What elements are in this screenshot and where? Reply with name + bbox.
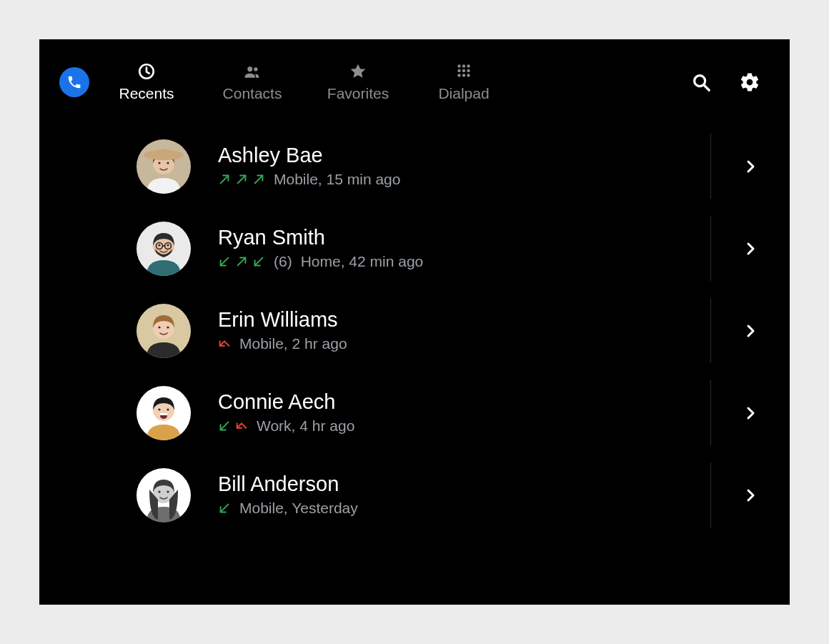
clock-icon <box>137 62 156 81</box>
recents-row[interactable]: Ryan Smith (6) Home, 42 min ago <box>136 207 790 289</box>
svg-point-38 <box>158 490 160 492</box>
search-icon <box>690 71 712 93</box>
call-details-button[interactable] <box>711 240 790 257</box>
phone-app-window: Recents Contacts <box>39 39 790 605</box>
call-details-button[interactable] <box>711 322 790 340</box>
chevron-right-icon <box>742 405 759 422</box>
call-detail: Work, 4 hr ago <box>257 417 354 435</box>
call-info: Ryan Smith (6) Home, 42 min ago <box>218 227 710 271</box>
svg-point-21 <box>158 244 160 246</box>
chevron-right-icon <box>742 322 759 340</box>
call-info: Connie Aech Work, 4 hr ago <box>218 391 710 435</box>
tabs: Recents Contacts <box>115 62 495 102</box>
call-info: Erin Williams Mobile, 2 hr ago <box>218 309 710 353</box>
phone-icon <box>66 74 82 90</box>
svg-point-2 <box>254 67 257 71</box>
call-direction-icons <box>218 420 248 432</box>
svg-point-29 <box>167 326 169 328</box>
phone-app-button[interactable] <box>59 67 89 97</box>
tab-contacts[interactable]: Contacts <box>221 62 284 102</box>
contact-name: Ashley Bae <box>218 144 710 167</box>
call-incoming-icon <box>218 255 231 268</box>
tab-label: Dialpad <box>438 85 489 102</box>
call-detail: Mobile, 15 min ago <box>274 171 400 188</box>
svg-point-10 <box>462 74 465 76</box>
call-meta: Mobile, 2 hr ago <box>218 335 710 352</box>
call-meta: Mobile, Yesterday <box>218 500 710 517</box>
recents-row[interactable]: Erin Williams Mobile, 2 hr ago <box>136 289 790 372</box>
svg-point-22 <box>167 244 169 246</box>
contact-avatar <box>136 222 191 276</box>
svg-point-28 <box>158 326 160 328</box>
svg-point-8 <box>467 69 470 72</box>
tab-label: Recents <box>119 85 174 102</box>
call-outgoing-icon <box>252 173 265 186</box>
contact-avatar <box>136 386 191 440</box>
svg-point-32 <box>158 408 160 410</box>
call-incoming-icon <box>218 502 231 515</box>
call-outgoing-icon <box>235 255 248 268</box>
call-details-button[interactable] <box>711 158 790 175</box>
call-detail: Home, 42 min ago <box>301 253 424 270</box>
recents-row[interactable]: Bill Anderson Mobile, Yesterday <box>136 454 790 536</box>
call-direction-icons <box>218 173 265 186</box>
svg-rect-35 <box>160 413 167 415</box>
call-outgoing-icon <box>235 173 248 186</box>
contact-name: Ryan Smith <box>218 227 710 249</box>
call-missed-icon <box>218 337 231 350</box>
recents-list: Ashley Bae Mobile, 15 min ago Ryan Smith… <box>39 125 790 536</box>
contact-name: Bill Anderson <box>218 473 710 496</box>
recents-row[interactable]: Ashley Bae Mobile, 15 min ago <box>136 125 790 207</box>
contact-avatar <box>136 304 191 358</box>
svg-point-11 <box>467 74 470 76</box>
svg-point-5 <box>467 64 470 67</box>
call-meta: (6) Home, 42 min ago <box>218 253 710 270</box>
svg-point-3 <box>457 64 460 67</box>
gear-icon <box>739 71 760 93</box>
top-bar: Recents Contacts <box>39 39 790 125</box>
contact-name: Connie Aech <box>218 391 710 414</box>
call-details-button[interactable] <box>711 405 790 422</box>
search-button[interactable] <box>687 68 715 96</box>
svg-point-6 <box>457 69 460 72</box>
svg-point-1 <box>247 66 252 71</box>
svg-line-13 <box>704 85 709 90</box>
call-direction-icons <box>218 255 265 268</box>
tab-recents[interactable]: Recents <box>115 62 178 102</box>
svg-point-7 <box>462 69 465 72</box>
svg-point-17 <box>158 162 160 164</box>
call-meta: Mobile, 15 min ago <box>218 171 710 188</box>
chevron-right-icon <box>742 240 759 257</box>
svg-point-9 <box>457 74 460 76</box>
call-details-button[interactable] <box>711 487 790 504</box>
star-icon <box>349 62 367 81</box>
call-direction-icons <box>218 337 231 350</box>
recents-row[interactable]: Connie Aech Work, 4 hr ago <box>136 372 790 454</box>
dialpad-icon <box>455 62 473 81</box>
svg-point-33 <box>167 408 169 410</box>
svg-point-39 <box>167 490 169 492</box>
chevron-right-icon <box>742 158 759 175</box>
call-missed-icon <box>235 420 248 432</box>
people-icon <box>243 62 262 81</box>
call-info: Ashley Bae Mobile, 15 min ago <box>218 144 710 189</box>
svg-point-18 <box>167 162 169 164</box>
tab-label: Favorites <box>327 85 389 102</box>
tab-label: Contacts <box>223 85 282 102</box>
call-incoming-icon <box>252 255 265 268</box>
tab-favorites[interactable]: Favorites <box>327 62 389 102</box>
call-incoming-icon <box>218 420 231 432</box>
call-info: Bill Anderson Mobile, Yesterday <box>218 473 710 517</box>
svg-point-4 <box>462 64 465 67</box>
call-meta: Work, 4 hr ago <box>218 417 710 435</box>
contact-avatar <box>136 468 191 522</box>
call-direction-icons <box>218 502 231 515</box>
settings-button[interactable] <box>735 68 764 96</box>
call-detail: Mobile, 2 hr ago <box>239 335 347 352</box>
chevron-right-icon <box>742 487 759 504</box>
contact-name: Erin Williams <box>218 309 710 332</box>
call-outgoing-icon <box>218 173 231 186</box>
contact-avatar <box>136 139 191 194</box>
call-count: (6) <box>274 253 292 270</box>
tab-dialpad[interactable]: Dialpad <box>432 62 495 102</box>
